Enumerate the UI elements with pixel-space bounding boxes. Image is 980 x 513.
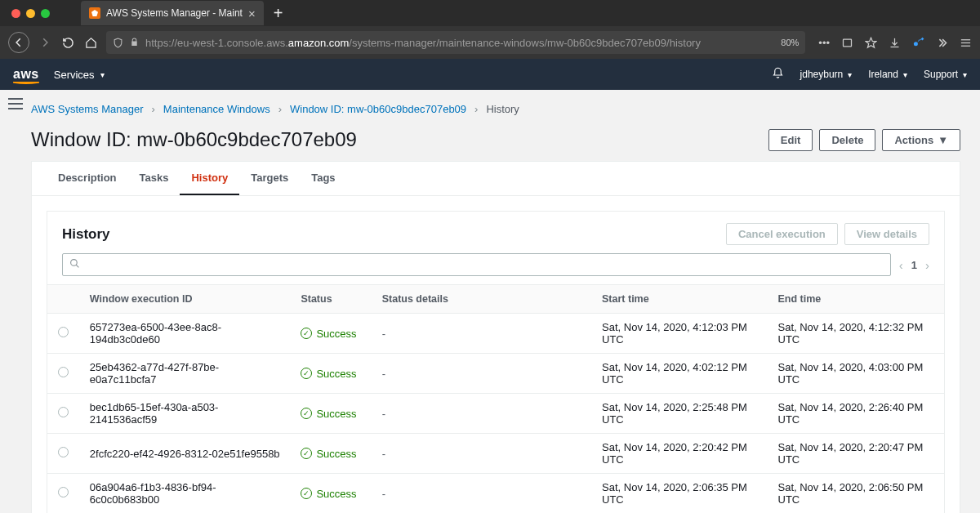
side-nav-toggle-icon[interactable] [8,98,23,109]
prev-page-icon[interactable]: ‹ [899,258,903,272]
window-controls [7,9,58,18]
page-number: 1 [911,259,917,271]
view-details-button[interactable]: View details [844,223,929,245]
aws-logo[interactable]: aws [13,67,39,82]
execution-id-cell: bec1db65-15ef-430a-a503-2141536acf59 [80,394,292,434]
search-input[interactable] [62,253,891,276]
services-menu[interactable]: Services [54,69,105,81]
column-header-end-time[interactable]: End time [768,285,945,314]
tabs: DescriptionTasksHistoryTargetsTags [32,162,960,196]
breadcrumb-current: History [486,103,519,115]
column-header-start-time[interactable]: Start time [592,285,768,314]
breadcrumb-link[interactable]: Window ID: mw-0b60c9bdec707eb09 [290,103,466,115]
close-window-icon[interactable] [11,9,20,18]
new-tab-button[interactable]: + [264,4,293,23]
tab-description[interactable]: Description [47,162,128,195]
column-header-status[interactable]: Status [291,285,372,314]
status-details-cell: - [372,394,592,434]
breadcrumb-link[interactable]: AWS Systems Manager [31,103,144,115]
lock-icon [130,37,139,49]
end-time-cell: Sat, Nov 14, 2020, 2:26:40 PM UTC [768,394,945,434]
url-bar[interactable]: https://eu-west-1.console.aws.amazon.com… [106,31,805,54]
svg-point-6 [71,260,78,266]
status-cell: ✓Success [301,368,362,380]
actions-dropdown[interactable]: Actions▼ [882,129,960,151]
chevron-right-icon: › [152,103,155,115]
check-circle-icon: ✓ [301,328,312,339]
check-circle-icon: ✓ [301,488,312,499]
start-time-cell: Sat, Nov 14, 2020, 2:06:35 PM UTC [592,474,768,514]
reader-icon[interactable] [841,37,853,49]
hamburger-menu-icon[interactable] [960,37,972,49]
forward-button[interactable] [38,35,52,50]
status-label: Success [316,368,356,380]
row-select-radio[interactable] [58,487,69,497]
status-label: Success [316,448,356,460]
svg-line-7 [76,265,78,267]
table-row[interactable]: bec1db65-15ef-430a-a503-2141536acf59✓Suc… [47,394,944,434]
aws-header: aws Services jdheyburn Ireland Support [0,59,980,90]
more-icon[interactable]: ••• [818,37,830,49]
start-time-cell: Sat, Nov 14, 2020, 2:20:42 PM UTC [592,434,768,474]
tab-tags[interactable]: Tags [300,162,346,195]
status-label: Success [316,488,356,500]
table-row[interactable]: 25eb4362-a77d-427f-87be-e0a7c11bcfa7✓Suc… [47,354,944,394]
check-circle-icon: ✓ [301,408,312,419]
maximize-window-icon[interactable] [41,9,50,18]
notifications-icon[interactable] [772,67,784,82]
status-cell: ✓Success [301,408,362,420]
breadcrumb-link[interactable]: Maintenance Windows [163,103,270,115]
chevron-right-icon: › [474,103,478,115]
back-button[interactable] [8,32,29,53]
row-select-radio[interactable] [58,407,69,417]
row-select-radio[interactable] [58,447,69,457]
side-nav-gutter [0,90,31,513]
tab-targets[interactable]: Targets [239,162,300,195]
tab-tasks[interactable]: Tasks [128,162,180,195]
check-circle-icon: ✓ [301,448,312,459]
row-select-radio[interactable] [58,327,69,337]
status-details-cell: - [372,434,592,474]
search-icon [69,258,80,271]
execution-id-cell: 2fcfc220-ef42-4926-8312-02e51fe9558b [80,434,292,474]
tab-history[interactable]: History [180,162,239,195]
aws-header-right: jdheyburn Ireland Support [772,67,967,82]
start-time-cell: Sat, Nov 14, 2020, 2:25:48 PM UTC [592,394,768,434]
row-select-radio[interactable] [58,367,69,377]
delete-button[interactable]: Delete [819,129,875,151]
page-title: Window ID: mw-0b60c9bdec707eb09 [31,128,357,151]
table-row[interactable]: 657273ea-6500-43ee-8ac8-194db3c0de60✓Suc… [47,314,944,354]
overflow-icon[interactable] [936,37,948,49]
account-menu[interactable]: jdheyburn [800,69,853,80]
browser-tab[interactable]: AWS Systems Manager - Maint × [81,1,264,25]
tracking-shield-icon[interactable] [113,38,123,48]
password-key-icon[interactable] [912,37,924,49]
column-header-status-details[interactable]: Status details [372,285,592,314]
end-time-cell: Sat, Nov 14, 2020, 2:20:47 PM UTC [768,434,945,474]
status-cell: ✓Success [301,448,362,460]
status-cell: ✓Success [301,488,362,500]
table-row[interactable]: 06a904a6-f1b3-4836-bf94-6c0c0b683b00✓Suc… [47,474,944,514]
bookmark-icon[interactable] [865,37,877,49]
downloads-icon[interactable] [889,37,901,49]
region-menu[interactable]: Ireland [868,69,907,80]
table-row[interactable]: 2fcfc220-ef42-4926-8312-02e51fe9558b✓Suc… [47,434,944,474]
start-time-cell: Sat, Nov 14, 2020, 4:12:03 PM UTC [592,314,768,354]
main-panel: DescriptionTasksHistoryTargetsTags Histo… [31,161,960,513]
close-tab-icon[interactable]: × [248,7,256,20]
status-label: Success [316,328,356,340]
minimize-window-icon[interactable] [26,9,35,18]
aws-favicon-icon [89,7,100,19]
next-page-icon[interactable]: › [925,258,929,272]
chevron-right-icon: › [278,103,282,115]
column-header-execution-id[interactable]: Window execution ID [80,285,292,314]
zoom-level[interactable]: 80% [781,38,799,47]
edit-button[interactable]: Edit [768,129,813,151]
home-button[interactable] [83,35,98,50]
support-menu[interactable]: Support [924,69,967,80]
reload-button[interactable] [60,35,75,50]
history-card: History Cancel execution View details [47,211,945,513]
cancel-execution-button[interactable]: Cancel execution [726,223,838,245]
execution-id-cell: 657273ea-6500-43ee-8ac8-194db3c0de60 [80,314,292,354]
end-time-cell: Sat, Nov 14, 2020, 2:06:50 PM UTC [768,474,945,514]
